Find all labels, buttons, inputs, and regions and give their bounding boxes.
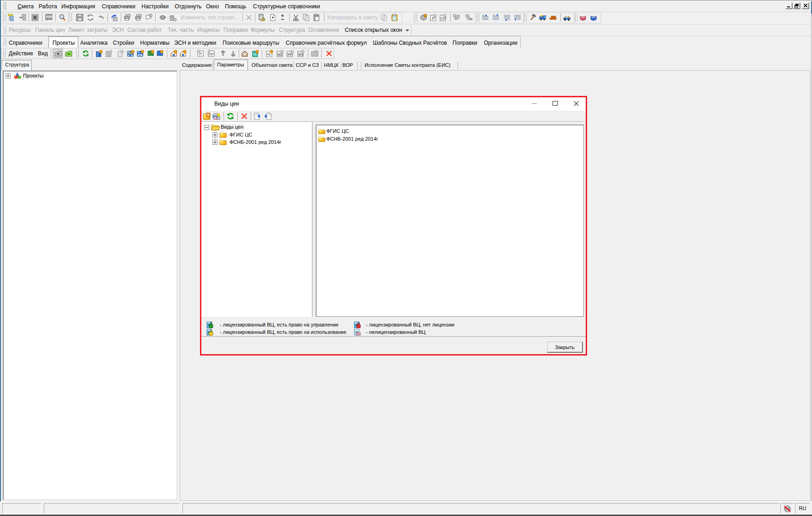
svg-text:P: P [199,52,202,56]
svg-text:ПР: ПР [209,52,214,56]
svg-text:*: * [114,18,116,21]
svg-text:PDF: PDF [46,15,53,18]
svg-text:%: % [267,52,271,57]
